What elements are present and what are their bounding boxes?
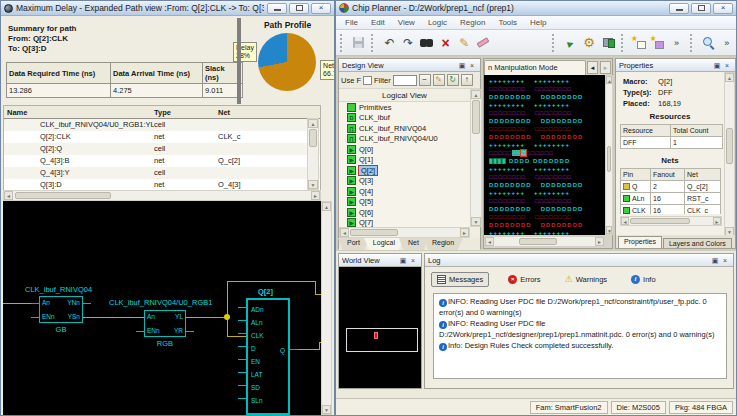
- tree-item-CLK_ibuf_RNIVQ04[interactable]: ∏CLK_ibuf_RNIVQ04: [347, 123, 470, 134]
- scroll-thumb[interactable]: [607, 146, 611, 172]
- up-level-button[interactable]: ↑: [461, 74, 473, 86]
- rgb-cell[interactable]: An YL ENn YR: [144, 310, 186, 337]
- scroll-up-icon[interactable]: ▲: [308, 119, 318, 128]
- scroll-right-icon[interactable]: ►: [713, 217, 721, 225]
- tab-scroll-right-button[interactable]: ►: [600, 61, 611, 74]
- menu-region[interactable]: Region: [460, 18, 485, 27]
- toolbar-handle[interactable]: [371, 34, 376, 52]
- save-button[interactable]: [349, 33, 368, 53]
- settings-button[interactable]: ⚙: [580, 33, 599, 53]
- path-nodes-table[interactable]: Name Type Net CLK_ibuf_RNIVQ04/U0_RGB1:Y…: [3, 105, 321, 192]
- errors-filter-button[interactable]: × Errors: [503, 273, 545, 286]
- nodes-hscrollbar[interactable]: ◄ ►: [3, 190, 321, 201]
- scroll-down-icon[interactable]: ▼: [308, 180, 318, 189]
- toolbar-overflow-button[interactable]: »: [667, 33, 686, 53]
- manipulation-mode-tab[interactable]: n Manipulation Mode: [484, 60, 586, 75]
- tree-item-Q[3][interactable]: ▶Q[3]: [347, 176, 470, 187]
- dock-icon[interactable]: ▣: [710, 255, 720, 266]
- scroll-up-icon[interactable]: ▲: [471, 90, 481, 99]
- world-view-titlebar[interactable]: World View ▣ ×: [339, 254, 421, 267]
- path-node-row[interactable]: CLK_ibuf_RNIVQ04/U0_RGB1:YLcell: [4, 119, 320, 131]
- scroll-thumb[interactable]: [519, 238, 557, 245]
- net-row[interactable]: ALn16RST_c: [621, 193, 721, 205]
- scroll-right-icon[interactable]: ►: [311, 191, 320, 200]
- tree-item-CLK_ibuf_RNIVQ04/U0[interactable]: ∏CLK_ibuf_RNIVQ04/U0: [347, 134, 470, 145]
- find-button[interactable]: [418, 33, 437, 53]
- dock-icon[interactable]: ▣: [398, 255, 408, 266]
- delete-button[interactable]: ×: [436, 33, 455, 53]
- tree-item-CLK_ibuf[interactable]: DCLK_ibuf: [347, 113, 470, 124]
- toolbar-handle[interactable]: [621, 34, 626, 52]
- edit-button[interactable]: ✎: [455, 33, 474, 53]
- tab-port[interactable]: Port: [338, 238, 369, 250]
- menu-view[interactable]: View: [398, 18, 415, 27]
- tree-item-Q[4][interactable]: ▶Q[4]: [347, 186, 470, 197]
- scroll-thumb[interactable]: [15, 192, 111, 199]
- expanded-path-schematic[interactable]: CLK_ibuf_RNIVQ04 An YNn ENn YSn GB CLK_i…: [3, 201, 321, 415]
- nodes-vscrollbar[interactable]: ▲ ▼: [307, 118, 319, 190]
- design-view-titlebar[interactable]: Design View ▣ ×: [339, 59, 480, 72]
- tree-item-Q[6][interactable]: ▶Q[6]: [347, 207, 470, 218]
- tree-item-Q[0][interactable]: ▶Q[0]: [347, 144, 470, 155]
- new-region-button[interactable]: ★: [630, 33, 649, 53]
- zoom-overflow-button[interactable]: »: [717, 33, 736, 53]
- toolbar-handle[interactable]: [340, 34, 345, 52]
- tree-item-Q[2][interactable]: ▶Q[2]: [347, 165, 470, 176]
- properties-vscrollbar[interactable]: ▲ ▼: [724, 72, 735, 237]
- maximize-button[interactable]: [289, 3, 309, 14]
- toolbar-handle[interactable]: [690, 34, 695, 52]
- scroll-thumb[interactable]: [630, 218, 690, 224]
- menu-help[interactable]: Help: [530, 18, 546, 27]
- log-titlebar[interactable]: Log ▣ ×: [425, 254, 733, 267]
- path-node-row[interactable]: Q_4[3]:Ycell: [4, 167, 320, 179]
- scroll-down-icon[interactable]: ▼: [471, 217, 481, 226]
- zoom-button[interactable]: [699, 33, 718, 53]
- canvas-vscrollbar[interactable]: ▲ ▼: [605, 75, 613, 235]
- scroll-thumb[interactable]: [309, 129, 317, 147]
- gb-cell[interactable]: An YNn ENn YSn: [39, 296, 83, 323]
- close-icon[interactable]: ×: [408, 255, 418, 266]
- undo-button[interactable]: ↶: [380, 33, 399, 53]
- refresh-button[interactable]: ↻: [447, 74, 459, 86]
- maximize-button[interactable]: [691, 3, 711, 14]
- world-view-canvas[interactable]: [339, 267, 421, 388]
- path-node-row[interactable]: Q_4[3]:BnetQ_c[2]: [4, 155, 320, 167]
- scroll-up-icon[interactable]: ▲: [606, 76, 612, 84]
- chip-fabric-canvas[interactable]: ++++++++++++++++□□□□□□□□□□□□□□□□DDDDDDDD…: [484, 75, 605, 235]
- tree-item-Q[1][interactable]: ▶Q[1]: [347, 155, 470, 166]
- scroll-up-icon[interactable]: ▲: [322, 202, 331, 211]
- left-window-titlebar[interactable]: Maximum Delay - Expanded Path view :From…: [1, 1, 334, 16]
- scroll-left-icon[interactable]: ◄: [340, 228, 349, 237]
- splitter[interactable]: [237, 18, 241, 104]
- scroll-left-icon[interactable]: ◄: [621, 217, 629, 225]
- tree-item-Q[5][interactable]: ▶Q[5]: [347, 197, 470, 208]
- scroll-right-icon[interactable]: ►: [595, 237, 604, 246]
- nets-hscrollbar[interactable]: ◄ ►: [620, 216, 722, 226]
- edit-filter-button[interactable]: ✎: [433, 74, 445, 86]
- canvas-hscrollbar[interactable]: ◄ ►: [484, 236, 605, 247]
- dock-icon[interactable]: ▣: [712, 60, 722, 71]
- close-icon[interactable]: ×: [467, 60, 477, 71]
- menu-tools[interactable]: Tools: [498, 18, 517, 27]
- scroll-left-icon[interactable]: ◄: [4, 191, 13, 200]
- collapse-button[interactable]: −: [419, 74, 431, 86]
- tab-net[interactable]: Net: [399, 238, 428, 250]
- minimize-button[interactable]: [669, 3, 689, 14]
- close-icon[interactable]: ×: [720, 255, 730, 266]
- tree-vscrollbar[interactable]: ▲ ▼: [470, 89, 482, 227]
- commit-button[interactable]: [598, 33, 617, 53]
- scroll-down-icon[interactable]: ▼: [606, 226, 612, 234]
- menu-logic[interactable]: Logic: [428, 18, 447, 27]
- tree-item-Q[7][interactable]: ▶Q[7]: [347, 218, 470, 228]
- minimize-button[interactable]: [267, 3, 287, 14]
- scroll-right-icon[interactable]: ►: [460, 228, 469, 237]
- scroll-left-icon[interactable]: ◄: [485, 237, 494, 246]
- scroll-thumb[interactable]: [350, 229, 398, 236]
- net-row[interactable]: Q2Q_c[2]: [621, 181, 721, 193]
- path-profile-pie[interactable]: [258, 33, 316, 91]
- tab-layers-and-colors[interactable]: Layers and Colors: [663, 238, 732, 248]
- tree-item-Primitives[interactable]: Primitives: [347, 102, 470, 113]
- ff-cell[interactable]: Q ADnALnCLKDENLATSDSLn: [246, 298, 290, 415]
- path-node-row[interactable]: Q[2]:Qcell: [4, 143, 320, 155]
- redo-button[interactable]: ↷: [399, 33, 418, 53]
